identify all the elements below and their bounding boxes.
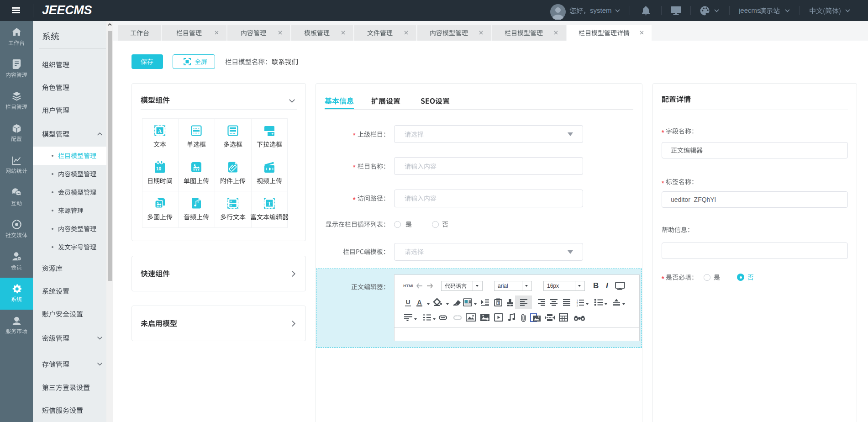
svg-text:U: U <box>406 299 410 306</box>
svg-text:T: T <box>497 301 500 305</box>
svg-text:A: A <box>417 299 421 306</box>
svg-text:A: A <box>230 200 232 203</box>
svg-text:T: T <box>267 200 271 207</box>
svg-text:10: 10 <box>156 166 162 171</box>
svg-text:3: 3 <box>577 304 579 306</box>
svg-text:A: A <box>230 204 232 207</box>
svg-text:A: A <box>158 128 162 134</box>
